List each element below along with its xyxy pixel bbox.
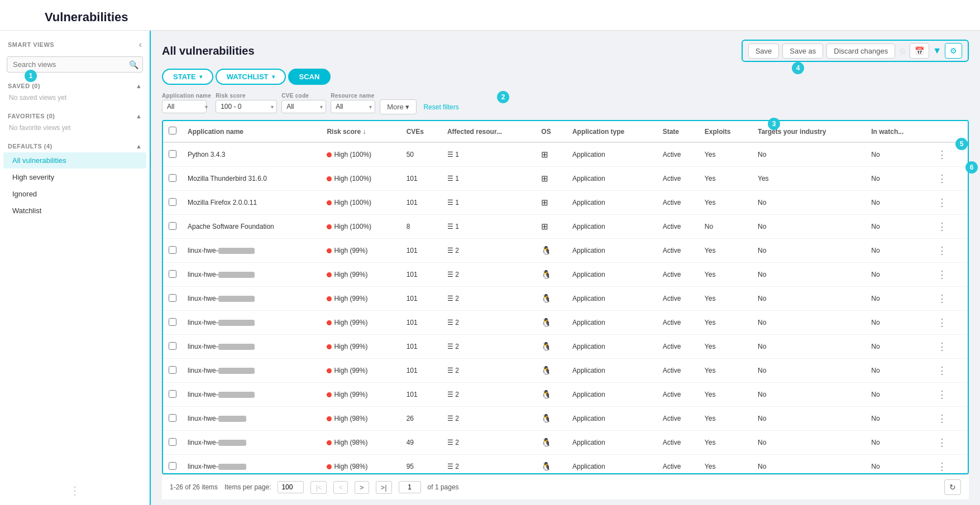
cell-row-menu: ⋮ <box>928 383 968 407</box>
cell-row-menu: ⋮ <box>928 311 968 335</box>
discard-button[interactable]: Discard changes <box>826 44 895 59</box>
items-per-page-select[interactable]: 100 50 25 <box>278 481 304 493</box>
cell-exploits: Yes <box>699 239 752 263</box>
cell-watchlist: No <box>866 167 928 191</box>
row-menu-button[interactable]: ⋮ <box>934 315 950 330</box>
row-menu-button[interactable]: ⋮ <box>934 171 950 186</box>
cell-cves: 49 <box>401 431 442 455</box>
tab-state[interactable]: STATE ▾ <box>162 69 213 85</box>
row-checkbox[interactable] <box>169 390 176 398</box>
columns-button[interactable]: ⚙ <box>945 43 962 59</box>
sidebar-item-ignored[interactable]: Ignored <box>3 186 146 202</box>
col-os[interactable]: OS <box>536 121 567 142</box>
row-checkbox[interactable] <box>169 270 176 278</box>
cell-application-name: linux-hwe- <box>182 335 321 359</box>
row-menu-button[interactable]: ⋮ <box>934 339 950 354</box>
cell-exploits: Yes <box>699 167 752 191</box>
col-application-name[interactable]: Application name <box>182 121 321 142</box>
col-cves[interactable]: CVEs <box>401 121 442 142</box>
row-menu-button[interactable]: ⋮ <box>934 243 950 258</box>
risk-score-select[interactable]: 100 - 0 <box>216 100 277 113</box>
col-affected-resources[interactable]: Affected resour... <box>442 121 536 142</box>
cell-targets-industry: No <box>752 263 866 287</box>
row-menu-button[interactable]: ⋮ <box>934 195 950 210</box>
row-menu-button[interactable]: ⋮ <box>934 363 950 378</box>
row-checkbox[interactable] <box>169 198 176 206</box>
row-checkbox[interactable] <box>169 150 176 158</box>
filter-button[interactable]: ▼ <box>933 46 941 56</box>
last-page-btn[interactable]: >| <box>376 481 392 494</box>
first-page-btn[interactable]: |< <box>310 481 327 494</box>
row-checkbox[interactable] <box>169 318 176 326</box>
next-page-btn[interactable]: > <box>355 481 369 494</box>
row-menu-button[interactable]: ⋮ <box>934 411 950 426</box>
row-checkbox[interactable] <box>169 438 176 446</box>
cell-row-menu: ⋮ <box>928 455 968 475</box>
cell-targets-industry: No <box>752 407 866 431</box>
row-checkbox[interactable] <box>169 222 176 230</box>
row-checkbox[interactable] <box>169 462 176 470</box>
callout-1: 1 <box>25 70 37 82</box>
filter-risk-score: Risk score 100 - 0 <box>216 93 277 113</box>
row-menu-button[interactable]: ⋮ <box>934 291 950 306</box>
prev-page-btn[interactable]: < <box>333 481 348 494</box>
star-button[interactable]: ☆ <box>898 46 906 56</box>
sidebar-section-saved-header[interactable]: SAVED (0) ▲ <box>0 80 150 92</box>
row-checkbox[interactable] <box>169 246 176 254</box>
col-risk-score[interactable]: Risk score ↓ <box>321 121 400 142</box>
row-menu-button[interactable]: ⋮ <box>934 267 950 282</box>
resource-name-select[interactable]: All <box>331 100 375 113</box>
cell-risk-score: High (100%) <box>321 215 400 239</box>
row-menu-button[interactable]: ⋮ <box>934 219 950 234</box>
more-filters-button[interactable]: More ▾ <box>380 99 417 114</box>
row-menu-button[interactable]: ⋮ <box>934 435 950 450</box>
sidebar-item-high-severity[interactable]: High severity <box>3 169 146 185</box>
page-input[interactable] <box>399 481 421 493</box>
col-watchlist[interactable]: In watch... <box>866 121 928 142</box>
cell-os: 🐧 <box>536 239 567 263</box>
sidebar-collapse-btn[interactable]: ‹ <box>139 40 142 50</box>
cell-cves: 101 <box>401 335 442 359</box>
linux-icon: 🐧 <box>541 246 552 255</box>
cell-state: Active <box>657 215 699 239</box>
row-menu-button[interactable]: ⋮ <box>934 147 950 162</box>
linux-icon: 🐧 <box>541 437 552 447</box>
tab-scan[interactable]: SCAN <box>288 69 331 85</box>
refresh-btn[interactable]: ↻ <box>944 479 961 495</box>
table-row: linux-hwe-High (98%)49☰ 2🐧ApplicationAct… <box>163 431 968 455</box>
row-menu-button[interactable]: ⋮ <box>934 459 950 474</box>
sidebar-section-favorites-header[interactable]: FAVORITES (0) ▲ <box>0 110 150 122</box>
items-info: 1-26 of 26 items <box>170 483 218 491</box>
sidebar-item-watchlist[interactable]: Watchlist <box>3 203 146 219</box>
cell-exploits: Yes <box>699 359 752 383</box>
reset-filters-link[interactable]: Reset filters <box>423 103 458 111</box>
row-checkbox[interactable] <box>169 414 176 422</box>
tab-watchlist[interactable]: WATCHLIST ▾ <box>216 69 286 85</box>
row-checkbox[interactable] <box>169 294 176 302</box>
row-checkbox[interactable] <box>169 342 176 350</box>
save-button[interactable]: Save <box>748 44 780 59</box>
application-name-select[interactable]: All <box>162 100 207 113</box>
sidebar-section-defaults-header[interactable]: DEFAULTS (4) ▲ <box>0 141 150 152</box>
cell-exploits: Yes <box>699 142 752 167</box>
save-as-button[interactable]: Save as <box>782 44 823 59</box>
sidebar-more-icon[interactable]: ⋮ <box>69 484 80 497</box>
cell-affected-resources: ☰ 1 <box>442 215 536 239</box>
col-exploits[interactable]: Exploits <box>699 121 752 142</box>
col-state[interactable]: State <box>657 121 699 142</box>
cell-cves: 101 <box>401 311 442 335</box>
sidebar-item-all-vulnerabilities[interactable]: All vulnerabilities <box>3 152 146 169</box>
sidebar-saved-title: SAVED (0) <box>8 83 40 89</box>
cell-row-menu: ⋮ <box>928 191 968 215</box>
select-all-checkbox[interactable] <box>169 127 176 134</box>
windows-icon: ⊞ <box>541 222 548 231</box>
row-checkbox[interactable] <box>169 366 176 374</box>
col-application-type[interactable]: Application type <box>567 121 657 142</box>
select-all-header[interactable] <box>163 121 182 142</box>
cve-code-select[interactable]: All <box>281 100 326 113</box>
row-menu-button[interactable]: ⋮ <box>934 387 950 402</box>
table-row: linux-hwe-High (99%)101☰ 2🐧ApplicationAc… <box>163 311 968 335</box>
row-checkbox[interactable] <box>169 174 176 182</box>
export-button[interactable]: 📅 <box>910 43 929 59</box>
windows-icon: ⊞ <box>541 198 548 207</box>
